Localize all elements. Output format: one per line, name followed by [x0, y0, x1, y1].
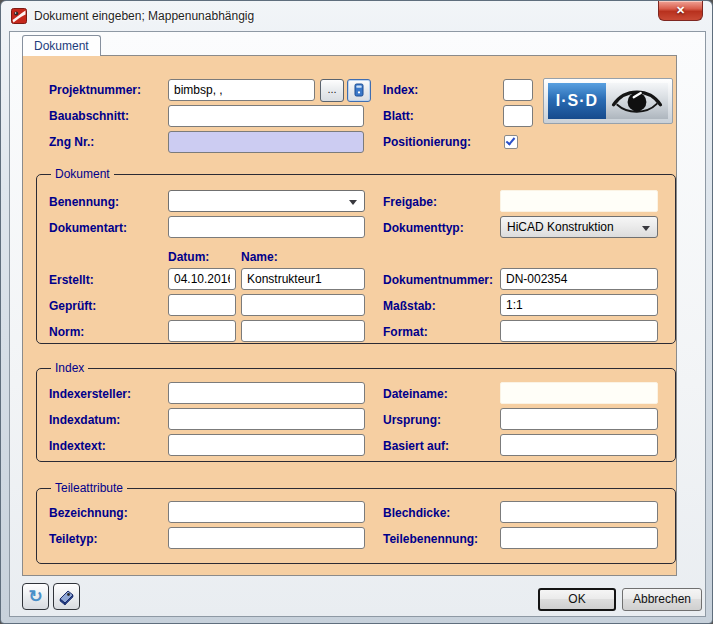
- group-teileattribute-title: Teileattribute: [51, 481, 127, 495]
- teiletyp-input[interactable]: [168, 527, 365, 549]
- zng-nr-label: Zng Nr.:: [49, 135, 94, 149]
- eraser-icon: [57, 587, 76, 606]
- tab-dokument[interactable]: Dokument: [22, 35, 101, 56]
- cancel-button[interactable]: Abbrechen: [622, 588, 702, 611]
- dokumenttyp-label: Dokumenttyp:: [383, 221, 464, 235]
- projektnummer-label: Projektnummer:: [49, 83, 141, 97]
- indextext-label: Indextext:: [49, 439, 106, 453]
- dokumenttyp-value: HiCAD Konstruktion: [507, 220, 614, 234]
- dokument-tab-panel: Projektnummer: ... Bauabschnitt: Zng Nr.…: [22, 55, 677, 576]
- format-input[interactable]: [500, 320, 658, 342]
- group-index-title: Index: [51, 361, 88, 375]
- group-dokument-title: Dokument: [51, 167, 114, 181]
- dateiname-label: Dateiname:: [383, 387, 448, 401]
- dialog-client-area: Dokument Projektnummer: ... Bauabschnitt…: [9, 31, 706, 617]
- chevron-down-icon: [349, 200, 357, 205]
- close-icon: ✕: [676, 4, 685, 16]
- zng-nr-input[interactable]: [168, 131, 364, 153]
- dialog-window: Dokument eingeben; Mappenunabhängig ✕ Do…: [0, 0, 713, 624]
- norm-name-input[interactable]: [241, 320, 365, 342]
- bezeichnung-label: Bezeichnung:: [49, 506, 128, 520]
- refresh-icon: ↻: [28, 588, 42, 605]
- geprueft-name-input[interactable]: [241, 294, 365, 316]
- basiert-auf-label: Basiert auf:: [383, 439, 449, 453]
- book-icon: [352, 83, 366, 98]
- benennung-label: Benennung:: [49, 195, 119, 209]
- positionierung-label: Positionierung:: [383, 135, 471, 149]
- teilebenennung-label: Teilebenennung:: [383, 532, 478, 546]
- indexersteller-label: Indexersteller:: [49, 387, 131, 401]
- indextext-input[interactable]: [168, 434, 365, 456]
- format-label: Format:: [383, 325, 428, 339]
- dokumentart-label: Dokumentart:: [49, 221, 127, 235]
- isd-logo-text: I·S·D: [548, 83, 606, 119]
- indexdatum-label: Indexdatum:: [49, 413, 120, 427]
- erstellt-name-input[interactable]: [241, 268, 365, 290]
- geprueft-datum-input[interactable]: [168, 294, 236, 316]
- checkmark-icon: [506, 135, 516, 145]
- teilebenennung-input[interactable]: [500, 527, 658, 549]
- positionierung-checkbox[interactable]: [504, 135, 518, 149]
- geprueft-label: Geprüft:: [49, 299, 96, 313]
- group-teileattribute: Teileattribute: [36, 488, 676, 564]
- indexdatum-input[interactable]: [168, 408, 365, 430]
- name-column-header: Name:: [241, 250, 278, 264]
- clear-fields-button[interactable]: [53, 583, 80, 610]
- chevron-down-icon: [642, 226, 650, 231]
- refresh-button[interactable]: ↻: [22, 583, 49, 610]
- datum-column-header: Datum:: [168, 250, 209, 264]
- index-label: Index:: [383, 83, 418, 97]
- norm-label: Norm:: [49, 325, 84, 339]
- bezeichnung-input[interactable]: [168, 501, 365, 523]
- isd-logo: I·S·D: [543, 78, 673, 124]
- eye-icon: [609, 85, 665, 117]
- ok-button[interactable]: OK: [538, 588, 616, 611]
- massstab-input[interactable]: [500, 294, 658, 316]
- tab-label: Dokument: [34, 39, 89, 53]
- dokumentnummer-label: Dokumentnummer:: [383, 273, 493, 287]
- blatt-label: Blatt:: [383, 109, 414, 123]
- app-icon: [11, 8, 27, 24]
- benennung-combobox[interactable]: [168, 190, 365, 212]
- freigabe-input[interactable]: [500, 190, 658, 212]
- projektnummer-input[interactable]: [168, 79, 315, 101]
- erstellt-datum-input[interactable]: [168, 268, 236, 290]
- blechdicke-input[interactable]: [500, 501, 658, 523]
- dokumenttyp-combobox[interactable]: HiCAD Konstruktion: [500, 216, 658, 238]
- freigabe-label: Freigabe:: [383, 195, 437, 209]
- norm-datum-input[interactable]: [168, 320, 236, 342]
- basiert-auf-input[interactable]: [500, 434, 658, 456]
- window-title: Dokument eingeben; Mappenunabhängig: [34, 9, 254, 23]
- blatt-input[interactable]: [503, 105, 533, 127]
- teiletyp-label: Teiletyp:: [49, 532, 97, 546]
- ursprung-input[interactable]: [500, 408, 658, 430]
- bauabschnitt-input[interactable]: [168, 105, 364, 127]
- ok-button-label: OK: [568, 592, 585, 606]
- bauabschnitt-label: Bauabschnitt:: [49, 109, 129, 123]
- cancel-button-label: Abbrechen: [633, 592, 691, 606]
- ellipsis-icon: ...: [327, 83, 336, 95]
- indexersteller-input[interactable]: [168, 382, 365, 404]
- erstellt-label: Erstellt:: [49, 273, 94, 287]
- massstab-label: Maßstab:: [383, 299, 436, 313]
- titlebar[interactable]: Dokument eingeben; Mappenunabhängig ✕: [1, 1, 712, 31]
- projektnummer-browse-button[interactable]: ...: [320, 79, 344, 102]
- ursprung-label: Ursprung:: [383, 413, 441, 427]
- dokumentart-input[interactable]: [168, 216, 365, 238]
- dokumentnummer-input[interactable]: [500, 268, 658, 290]
- close-button[interactable]: ✕: [658, 1, 703, 21]
- blechdicke-label: Blechdicke:: [383, 506, 450, 520]
- isd-eye-panel: [606, 83, 668, 119]
- dateiname-input[interactable]: [500, 382, 658, 404]
- projekt-database-button[interactable]: [347, 79, 371, 102]
- index-input[interactable]: [503, 79, 533, 101]
